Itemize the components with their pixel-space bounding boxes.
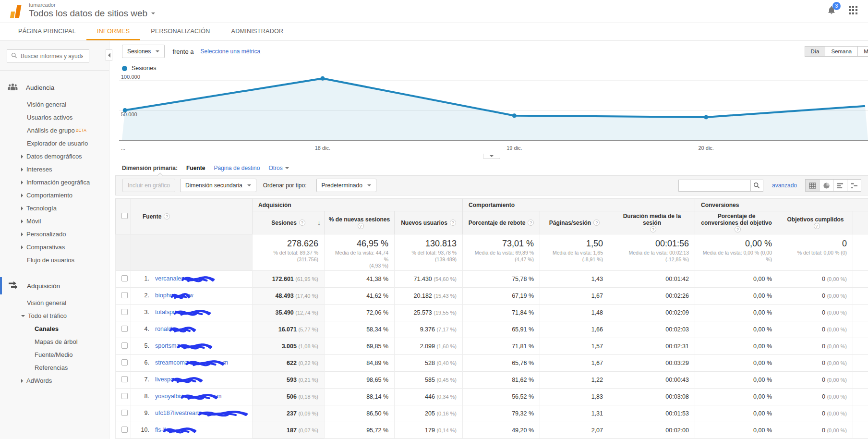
sidebar-item-an-lisis-de-grupo[interactable]: Análisis de grupoBETA — [0, 124, 109, 137]
column-header-nuevas-sesiones[interactable]: % de nuevas sesiones? — [325, 211, 395, 234]
help-icon[interactable]: ? — [650, 226, 656, 232]
help-icon[interactable]: ? — [358, 223, 364, 229]
sort-type-dropdown[interactable]: Predeterminado — [316, 179, 376, 192]
sidebar-item-explorador-de-usuario[interactable]: Explorador de usuario — [0, 137, 109, 150]
notifications-bell-icon[interactable]: 3 — [827, 5, 836, 17]
sidebar-section-adquisicin[interactable]: Adquisición — [0, 275, 109, 296]
row-checkbox[interactable] — [121, 309, 128, 315]
source-link[interactable]: ufc187livestream — [155, 410, 246, 416]
tab-pagina-principal[interactable]: PÁGINA PRINCIPAL — [8, 23, 86, 40]
column-header-sesiones[interactable]: Sesiones? ↓ — [253, 211, 325, 234]
sidebar-item-m-vil[interactable]: Móvil — [0, 215, 109, 228]
chart-expand-tab[interactable] — [483, 154, 500, 159]
column-header-conversiones-objetivo[interactable]: Porcentaje de conversiones del objetivo? — [695, 211, 778, 234]
tab-informes[interactable]: INFORMES — [86, 23, 140, 40]
help-icon[interactable]: ? — [299, 220, 305, 226]
tab-personalizacion[interactable]: PERSONALIZACIÓN — [140, 23, 220, 40]
help-icon[interactable]: ? — [450, 220, 456, 226]
column-header-fuente[interactable]: Fuente? — [131, 199, 253, 234]
sidebar-item-informaci-n-geogr-fica[interactable]: Información geográfica — [0, 176, 109, 189]
view-selector[interactable]: Todos los datos de sitios web — [29, 8, 155, 19]
row-checkbox[interactable] — [121, 410, 128, 416]
plot-rows-button[interactable]: Incluir en gráfico — [122, 179, 175, 192]
cell-duration: 00:02:00 — [609, 422, 695, 439]
sidebar-section-audiencia[interactable]: Audiencia — [0, 77, 109, 98]
column-header-nuevos-usuarios[interactable]: Nuevos usuarios? — [395, 211, 463, 234]
percentage-view-icon[interactable] — [819, 179, 833, 192]
source-link[interactable]: totalspo — [155, 309, 209, 316]
granularity-month-button[interactable]: Mes — [857, 46, 868, 57]
row-checkbox[interactable] — [121, 292, 128, 298]
sidebar-item-comportamiento[interactable]: Comportamiento — [0, 189, 109, 202]
row-checkbox[interactable] — [121, 326, 128, 332]
granularity-week-button[interactable]: Semana — [825, 46, 858, 57]
source-link[interactable]: vercanales — [155, 275, 213, 282]
advanced-filter-link[interactable]: avanzado — [772, 182, 797, 189]
secondary-dimension-dropdown[interactable]: Dimensión secundaria — [180, 179, 256, 192]
sidebar-item-intereses[interactable]: Intereses — [0, 163, 109, 176]
sidebar-item-visi-n-general[interactable]: Visión general — [0, 296, 109, 309]
row-checkbox[interactable] — [121, 275, 128, 281]
select-metric-link[interactable]: Seleccione una métrica — [200, 48, 260, 55]
redaction-scribble — [163, 427, 197, 434]
source-link[interactable]: fls-li — [155, 427, 195, 433]
dimension-landing-page[interactable]: Página de destino — [214, 165, 260, 171]
sidebar-item-visi-n-general[interactable]: Visión general — [0, 98, 109, 111]
help-icon[interactable]: ? — [735, 226, 741, 232]
tab-administrador[interactable]: ADMINISTRADOR — [221, 23, 294, 40]
apps-grid-icon[interactable] — [849, 6, 857, 16]
sidebar-item-fuente-medio[interactable]: Fuente/Medio — [0, 348, 109, 361]
row-checkbox[interactable] — [121, 393, 128, 399]
row-checkbox[interactable] — [121, 359, 128, 366]
column-header-paginas-sesion[interactable]: Páginas/sesión? — [540, 211, 609, 234]
table-row: 8.yosoyalbiam506 (0,18 %)88,14 %446 (0,3… — [116, 389, 868, 405]
sidebar-item-personalizado[interactable]: Personalizado — [0, 228, 109, 241]
source-link[interactable]: ronald — [155, 326, 194, 332]
row-checkbox[interactable] — [121, 342, 128, 349]
granularity-day-button[interactable]: Día — [805, 46, 826, 57]
help-icon[interactable]: ? — [164, 213, 170, 220]
sidebar-item-usuarios-activos[interactable]: Usuarios activos — [0, 111, 109, 124]
sidebar-item-todo-el-tr-fico[interactable]: Todo el tráfico — [0, 309, 109, 322]
sort-type-label: Ordenar por tipo: — [263, 182, 307, 189]
sidebar-item-mapas-de-rbol[interactable]: Mapas de árbol — [0, 335, 109, 348]
sidebar-item-flujo-de-usuarios[interactable]: Flujo de usuarios — [0, 254, 109, 267]
redaction-scribble — [174, 309, 211, 317]
cell-conv-rate: 0,00 % — [695, 271, 778, 288]
table-search-button[interactable] — [750, 180, 763, 192]
row-checkbox[interactable] — [121, 376, 128, 382]
column-header-valor-cut[interactable]: Va — [853, 211, 868, 234]
total-goals: 0% del total: 0,00 % (0) — [778, 234, 853, 271]
sidebar-item-datos-demogr-ficos[interactable]: Datos demográficos — [0, 150, 109, 163]
table-search-input[interactable] — [678, 180, 750, 192]
source-link[interactable]: sportsma — [155, 342, 211, 349]
sidebar-item-canales[interactable]: Canales — [0, 322, 109, 335]
column-header-objetivos[interactable]: Objetivos cumplidos? — [778, 211, 853, 234]
source-link[interactable]: streamcomam — [155, 359, 228, 366]
help-icon[interactable]: ? — [593, 220, 600, 226]
sidebar-collapse-button[interactable] — [106, 49, 112, 61]
cell-bounce: 65,91 % — [463, 321, 540, 338]
sidebar-item-tecnolog-a[interactable]: Tecnología — [0, 202, 109, 215]
dimension-others[interactable]: Otros — [268, 165, 289, 171]
data-view-icon[interactable] — [805, 179, 820, 192]
sidebar-item-referencias[interactable]: Referencias — [0, 361, 109, 374]
performance-view-icon[interactable] — [833, 179, 847, 192]
column-header-duracion[interactable]: Duración media de la sesión? — [609, 211, 695, 234]
help-icon[interactable]: ? — [814, 223, 820, 229]
sidebar-search[interactable] — [7, 49, 89, 62]
search-input[interactable] — [21, 53, 83, 60]
source-link[interactable]: biophow — [155, 292, 193, 299]
source-link[interactable]: yosoyalbiam — [155, 393, 222, 400]
dimension-fuente[interactable]: Fuente — [186, 165, 205, 171]
select-all-checkbox[interactable] — [121, 213, 128, 219]
sort-descending-icon[interactable]: ↓ — [317, 219, 321, 227]
metric-selector-dropdown[interactable]: Sesiones — [122, 45, 165, 58]
help-icon[interactable]: ? — [528, 220, 534, 226]
source-link[interactable]: livespo — [155, 376, 201, 383]
column-header-rebote[interactable]: Porcentaje de rebote? — [463, 211, 540, 234]
row-checkbox[interactable] — [121, 427, 128, 433]
comparison-view-icon[interactable] — [847, 179, 861, 192]
sidebar-item-adwords[interactable]: AdWords — [0, 374, 109, 387]
sidebar-item-comparativas[interactable]: Comparativas — [0, 241, 109, 254]
